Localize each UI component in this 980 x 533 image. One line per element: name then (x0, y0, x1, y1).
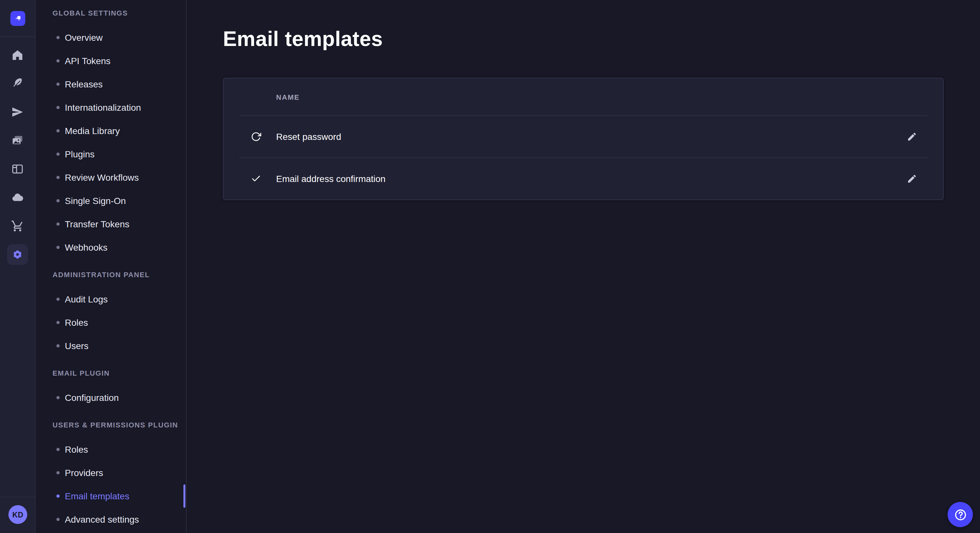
subnav-section-global-settings: GLOBAL SETTINGSOverviewAPI TokensRelease… (36, 8, 186, 259)
subnav-item-label: Webhooks (65, 242, 108, 252)
subnav-item-roles[interactable]: Roles (36, 438, 186, 461)
subnav-item-label: Overview (65, 32, 103, 43)
subnav-item-single-sign-on[interactable]: Single Sign-On (36, 189, 186, 213)
subnav-item-label: Releases (65, 79, 103, 89)
subnav-item-review-workflows[interactable]: Review Workflows (36, 166, 186, 189)
bullet-icon (56, 36, 60, 39)
bullet-icon (56, 129, 60, 132)
app-window: KD GLOBAL SETTINGSOverviewAPI TokensRele… (0, 0, 980, 533)
template-name: Reset password (276, 132, 341, 142)
subnav-section-email-plugin: EMAIL PLUGINConfiguration (36, 368, 186, 409)
subnav-item-internationalization[interactable]: Internationalization (36, 96, 186, 119)
bullet-icon (56, 222, 60, 226)
subnav-item-label: Review Workflows (65, 172, 139, 182)
subnav-item-label: API Tokens (65, 56, 110, 66)
bullet-icon (56, 59, 60, 62)
rail-item-paper-plane[interactable] (7, 102, 28, 122)
subnav-item-label: Roles (65, 444, 88, 455)
subnav-item-users[interactable]: Users (36, 334, 186, 357)
subnav-item-api-tokens[interactable]: API Tokens (36, 49, 186, 73)
subnav-item-label: Providers (65, 468, 103, 478)
strapi-logo[interactable] (10, 11, 25, 26)
rail-item-home[interactable] (7, 45, 28, 65)
bullet-icon (56, 448, 60, 451)
table-header-row: NAME (224, 78, 943, 115)
bullet-icon (56, 199, 60, 202)
pencil-icon (907, 174, 917, 184)
subnav-item-label: Transfer Tokens (65, 219, 129, 229)
rail-item-marketplace-cart[interactable] (7, 216, 28, 236)
home-icon (11, 49, 24, 62)
bullet-icon (56, 396, 60, 399)
icon-rail: KD (0, 0, 36, 533)
subnav-section-users-permissions-plugin: USERS & PERMISSIONS PLUGINRolesProviders… (36, 420, 186, 531)
subnav-item-label: Single Sign-On (65, 195, 126, 206)
settings-subnav: GLOBAL SETTINGSOverviewAPI TokensRelease… (36, 0, 187, 533)
email-templates-card: NAME Reset passwordEmail address confirm… (223, 78, 944, 200)
bullet-icon (56, 344, 60, 347)
rail-item-cloud[interactable] (7, 187, 28, 208)
bullet-icon (56, 106, 60, 109)
bullet-icon (56, 298, 60, 301)
subnav-item-roles[interactable]: Roles (36, 311, 186, 334)
table-row-email-address-confirmation[interactable]: Email address confirmation (224, 158, 943, 200)
template-name: Email address confirmation (276, 174, 386, 184)
subnav-item-audit-logs[interactable]: Audit Logs (36, 287, 186, 311)
subnav-section-label: ADMINISTRATION PANEL (52, 270, 186, 280)
paper-plane-icon (11, 106, 24, 119)
rail-divider (0, 36, 35, 37)
subnav-item-overview[interactable]: Overview (36, 26, 186, 49)
cloud-icon (11, 191, 24, 204)
subnav-item-media-library[interactable]: Media Library (36, 119, 186, 143)
main-nav (0, 45, 35, 265)
settings-cog-icon (11, 248, 24, 261)
refresh-icon (251, 132, 261, 142)
settings-subnav-list: GLOBAL SETTINGSOverviewAPI TokensRelease… (36, 0, 186, 531)
help-button[interactable] (948, 502, 973, 527)
rail-item-content-manager[interactable] (7, 159, 28, 179)
subnav-item-releases[interactable]: Releases (36, 73, 186, 96)
subnav-item-label: Advanced settings (65, 514, 139, 525)
rail-item-feather[interactable] (7, 73, 28, 94)
media-library-icon (11, 134, 24, 147)
user-avatar[interactable]: KD (8, 505, 27, 524)
subnav-item-label: Roles (65, 317, 88, 328)
subnav-item-label: Configuration (65, 392, 119, 403)
active-item-indicator (183, 484, 185, 508)
subnav-item-webhooks[interactable]: Webhooks (36, 236, 186, 259)
subnav-item-label: Internationalization (65, 102, 141, 113)
subnav-section-label: USERS & PERMISSIONS PLUGIN (52, 420, 186, 430)
subnav-item-configuration[interactable]: Configuration (36, 386, 186, 409)
marketplace-cart-icon (11, 219, 24, 233)
subnav-item-label: Media Library (65, 125, 120, 136)
subnav-item-label: Email templates (65, 491, 129, 501)
rail-item-settings-cog[interactable] (7, 244, 28, 265)
name-column-header: NAME (276, 93, 300, 101)
bullet-icon (56, 246, 60, 249)
bullet-icon (56, 471, 60, 474)
feather-icon (11, 77, 24, 90)
rail-divider-bottom (0, 497, 35, 497)
edit-template-button[interactable] (902, 168, 922, 189)
subnav-item-label: Users (65, 341, 89, 351)
content-area: Email templates NAME Reset passwordEmail… (187, 0, 980, 533)
subnav-item-plugins[interactable]: Plugins (36, 143, 186, 166)
page-title: Email templates (223, 26, 944, 52)
bullet-icon (56, 82, 60, 86)
table-row-reset-password[interactable]: Reset password (224, 116, 943, 157)
question-mark-icon (953, 508, 967, 522)
rail-item-media-library[interactable] (7, 130, 28, 151)
content-manager-icon (11, 163, 24, 176)
bullet-icon (56, 152, 60, 156)
subnav-item-advanced-settings[interactable]: Advanced settings (36, 508, 186, 531)
subnav-section-label: EMAIL PLUGIN (52, 368, 186, 378)
table-body: Reset passwordEmail address confirmation (224, 115, 943, 200)
check-icon (251, 174, 261, 184)
subnav-item-email-templates[interactable]: Email templates (36, 484, 186, 508)
subnav-item-label: Plugins (65, 149, 95, 159)
bullet-icon (56, 495, 60, 498)
subnav-item-providers[interactable]: Providers (36, 461, 186, 484)
subnav-item-transfer-tokens[interactable]: Transfer Tokens (36, 213, 186, 236)
edit-template-button[interactable] (902, 126, 922, 147)
subnav-item-label: Audit Logs (65, 294, 108, 305)
